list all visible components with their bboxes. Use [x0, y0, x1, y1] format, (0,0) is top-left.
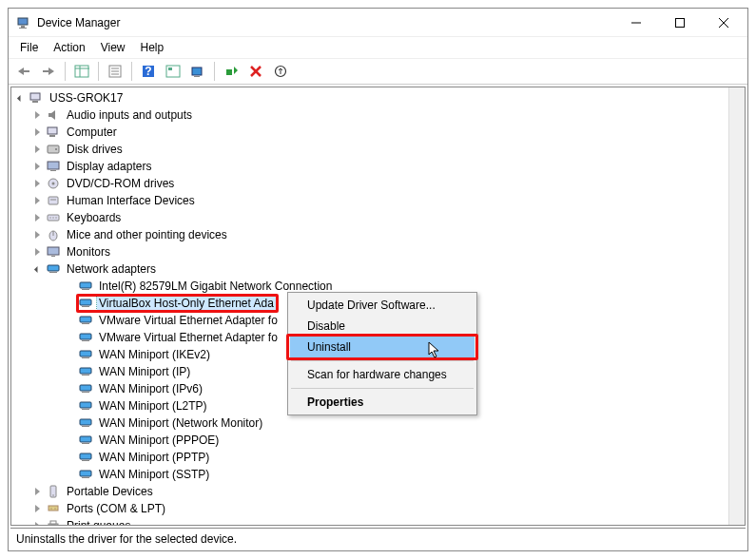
menu-action[interactable]: Action	[46, 39, 92, 56]
ctx-scan-hardware[interactable]: Scan for hardware changes	[290, 364, 475, 385]
twisty-icon[interactable]	[30, 125, 44, 139]
device-icon	[46, 501, 61, 516]
tree-category[interactable]: Print queues	[11, 517, 728, 525]
svg-point-39	[49, 217, 50, 218]
svg-rect-74	[48, 506, 58, 511]
twisty-icon[interactable]	[30, 228, 44, 241]
device-icon	[78, 330, 93, 345]
help-button[interactable]: ?	[137, 60, 160, 83]
device-icon	[78, 415, 93, 431]
menu-view[interactable]: View	[93, 39, 133, 56]
minimize-button[interactable]	[614, 10, 658, 36]
tree-category[interactable]: Display adapters	[11, 158, 728, 175]
node-label: WAN Miniport (IKEv2)	[97, 348, 212, 361]
svg-point-75	[50, 508, 51, 509]
twisty-icon[interactable]	[30, 108, 44, 122]
network-icon	[46, 261, 61, 277]
tree-device[interactable]: WAN Miniport (PPTP)	[11, 449, 728, 466]
device-icon	[46, 210, 61, 225]
ctx-separator	[291, 388, 474, 389]
twisty-icon[interactable]	[13, 91, 27, 105]
nav-back-button[interactable]	[12, 60, 35, 83]
tree-category[interactable]: Ports (COM & LPT)	[11, 500, 728, 517]
ctx-update-driver[interactable]: Update Driver Software...	[290, 295, 475, 316]
twisty-icon[interactable]	[30, 177, 44, 190]
menu-file[interactable]: File	[12, 39, 46, 56]
twisty-icon[interactable]	[30, 143, 44, 156]
twisty-icon[interactable]	[30, 194, 44, 207]
twisty-icon[interactable]	[30, 160, 44, 173]
svg-rect-9	[75, 66, 88, 77]
svg-rect-46	[48, 265, 59, 271]
svg-rect-69	[82, 460, 89, 461]
svg-rect-30	[48, 145, 59, 153]
svg-rect-33	[50, 170, 56, 171]
twisty-icon[interactable]	[30, 485, 44, 498]
tree-device[interactable]: WAN Miniport (PPPOE)	[11, 432, 728, 449]
svg-rect-28	[48, 127, 57, 134]
enable-device-button[interactable]	[220, 60, 242, 83]
svg-rect-48	[80, 282, 91, 288]
svg-point-41	[55, 217, 56, 218]
toolbar: ?	[9, 58, 747, 85]
properties-button[interactable]	[104, 60, 126, 83]
close-button[interactable]	[702, 10, 746, 36]
node-label: Portable Devices	[65, 485, 155, 498]
node-label: WAN Miniport (IP)	[97, 365, 192, 378]
svg-rect-58	[80, 368, 91, 374]
svg-rect-29	[49, 135, 55, 137]
update-driver-button[interactable]	[162, 60, 184, 83]
twisty-icon[interactable]	[30, 519, 44, 525]
node-label: Print queues	[65, 519, 132, 525]
device-manager-window: Device Manager File Action View Help ?	[8, 8, 748, 551]
twisty-icon[interactable]	[30, 211, 44, 224]
tree-device[interactable]: WAN Miniport (SSTP)	[11, 466, 728, 483]
node-label: DVD/CD-ROM drives	[65, 177, 176, 190]
tree-category[interactable]: Mice and other pointing devices	[11, 226, 728, 243]
tree-category[interactable]: Audio inputs and outputs	[11, 106, 728, 124]
svg-rect-19	[168, 67, 172, 70]
disable-device-button[interactable]	[269, 60, 292, 83]
toolbar-separator	[131, 62, 132, 81]
twisty-icon[interactable]	[30, 502, 44, 515]
device-icon	[78, 313, 93, 328]
svg-rect-70	[80, 471, 91, 476]
twisty-icon[interactable]	[30, 262, 44, 276]
svg-rect-66	[80, 436, 91, 442]
tree-category[interactable]: Human Interface Devices	[11, 192, 728, 209]
highlight-box	[286, 334, 478, 360]
node-label: WAN Miniport (SSTP)	[97, 468, 211, 481]
tree-category[interactable]: DVD/CD-ROM drives	[11, 175, 728, 192]
tree-device[interactable]: WAN Miniport (Network Monitor)	[11, 414, 728, 432]
tree-category[interactable]: Portable Devices	[11, 483, 728, 500]
svg-rect-71	[82, 477, 89, 478]
node-label: Computer	[65, 125, 119, 139]
tree-category[interactable]: Computer	[11, 124, 728, 141]
computer-icon	[29, 90, 44, 106]
ctx-properties[interactable]: Properties	[290, 392, 475, 413]
tree-category[interactable]: Monitors	[11, 243, 728, 260]
vertical-scrollbar[interactable]	[728, 87, 745, 525]
window-title: Device Manager	[37, 16, 614, 29]
device-icon	[78, 398, 93, 414]
tree-category[interactable]: Disk drives	[11, 141, 728, 158]
maximize-button[interactable]	[658, 10, 702, 36]
tree-root[interactable]: USS-GROK17	[11, 89, 728, 106]
node-label: Intel(R) 82579LM Gigabit Network Connect…	[97, 280, 334, 293]
uninstall-device-button[interactable]	[244, 60, 267, 83]
show-hide-tree-button[interactable]	[70, 60, 93, 83]
svg-rect-27	[32, 101, 38, 103]
tree-category-network[interactable]: Network adapters	[11, 260, 728, 278]
nav-forward-button[interactable]	[37, 60, 60, 83]
node-label: WAN Miniport (L2TP)	[97, 399, 209, 413]
svg-rect-54	[80, 334, 91, 339]
svg-rect-47	[49, 272, 57, 273]
twisty-icon[interactable]	[30, 245, 44, 259]
device-icon	[46, 244, 61, 260]
node-label: Mice and other pointing devices	[65, 228, 229, 241]
tree-category[interactable]: Keyboards	[11, 209, 728, 226]
svg-rect-26	[30, 93, 40, 100]
scan-hardware-button[interactable]	[186, 60, 209, 83]
menu-help[interactable]: Help	[133, 39, 172, 56]
menubar: File Action View Help	[9, 37, 747, 58]
